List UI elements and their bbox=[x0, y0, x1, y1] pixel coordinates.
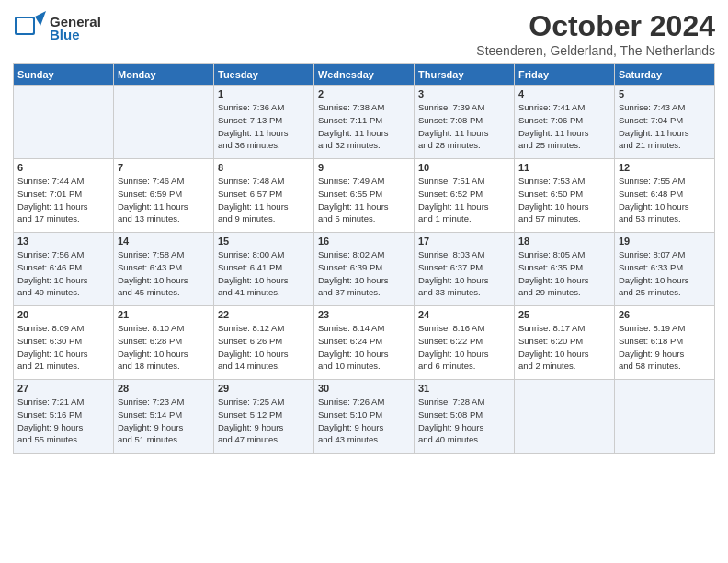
day-number: 13 bbox=[17, 236, 109, 247]
week-row-4: 20Sunrise: 8:09 AM Sunset: 6:30 PM Dayli… bbox=[14, 306, 715, 380]
day-info: Sunrise: 7:39 AM Sunset: 7:08 PM Dayligh… bbox=[418, 101, 510, 152]
day-number: 18 bbox=[518, 236, 610, 247]
day-info: Sunrise: 7:56 AM Sunset: 6:46 PM Dayligh… bbox=[17, 248, 109, 299]
header-cell-tuesday: Tuesday bbox=[214, 64, 314, 86]
day-cell: 27Sunrise: 7:21 AM Sunset: 5:16 PM Dayli… bbox=[14, 380, 114, 454]
day-number: 3 bbox=[418, 88, 510, 99]
day-info: Sunrise: 7:46 AM Sunset: 6:59 PM Dayligh… bbox=[118, 175, 210, 225]
day-cell bbox=[615, 380, 715, 454]
day-number: 17 bbox=[418, 236, 510, 247]
day-info: Sunrise: 8:17 AM Sunset: 6:20 PM Dayligh… bbox=[518, 322, 610, 373]
day-cell: 3Sunrise: 7:39 AM Sunset: 7:08 PM Daylig… bbox=[415, 86, 515, 159]
day-number: 15 bbox=[218, 236, 310, 247]
day-info: Sunrise: 8:02 AM Sunset: 6:39 PM Dayligh… bbox=[318, 248, 410, 299]
header: General Blue October 2024 Steenderen, Ge… bbox=[13, 9, 715, 58]
day-cell: 6Sunrise: 7:44 AM Sunset: 7:01 PM Daylig… bbox=[14, 159, 114, 233]
day-cell: 11Sunrise: 7:53 AM Sunset: 6:50 PM Dayli… bbox=[515, 159, 615, 233]
logo: General Blue bbox=[13, 9, 101, 46]
day-cell: 12Sunrise: 7:55 AM Sunset: 6:48 PM Dayli… bbox=[615, 159, 715, 233]
day-cell: 22Sunrise: 8:12 AM Sunset: 6:26 PM Dayli… bbox=[214, 306, 314, 380]
logo-icon bbox=[13, 9, 46, 42]
day-number: 14 bbox=[118, 236, 210, 247]
header-cell-thursday: Thursday bbox=[415, 64, 515, 86]
day-cell: 17Sunrise: 8:03 AM Sunset: 6:37 PM Dayli… bbox=[415, 233, 515, 306]
svg-marker-2 bbox=[35, 11, 46, 26]
day-number: 1 bbox=[218, 88, 310, 99]
day-info: Sunrise: 7:36 AM Sunset: 7:13 PM Dayligh… bbox=[218, 101, 310, 152]
title-block: October 2024 Steenderen, Gelderland, The… bbox=[476, 9, 715, 58]
day-cell: 30Sunrise: 7:26 AM Sunset: 5:10 PM Dayli… bbox=[314, 380, 415, 454]
day-cell: 25Sunrise: 8:17 AM Sunset: 6:20 PM Dayli… bbox=[515, 306, 615, 380]
day-number: 23 bbox=[318, 309, 410, 320]
day-number: 22 bbox=[218, 309, 310, 320]
day-info: Sunrise: 8:12 AM Sunset: 6:26 PM Dayligh… bbox=[218, 322, 310, 373]
header-cell-friday: Friday bbox=[515, 64, 615, 86]
header-cell-saturday: Saturday bbox=[615, 64, 715, 86]
day-info: Sunrise: 8:16 AM Sunset: 6:22 PM Dayligh… bbox=[418, 322, 510, 373]
week-row-3: 13Sunrise: 7:56 AM Sunset: 6:46 PM Dayli… bbox=[14, 233, 715, 306]
day-info: Sunrise: 7:25 AM Sunset: 5:12 PM Dayligh… bbox=[218, 396, 310, 446]
day-info: Sunrise: 8:03 AM Sunset: 6:37 PM Dayligh… bbox=[418, 248, 510, 299]
day-cell: 18Sunrise: 8:05 AM Sunset: 6:35 PM Dayli… bbox=[515, 233, 615, 306]
header-cell-monday: Monday bbox=[114, 64, 214, 86]
day-info: Sunrise: 7:55 AM Sunset: 6:48 PM Dayligh… bbox=[619, 175, 711, 225]
day-info: Sunrise: 8:19 AM Sunset: 6:18 PM Dayligh… bbox=[619, 322, 711, 373]
day-cell: 24Sunrise: 8:16 AM Sunset: 6:22 PM Dayli… bbox=[415, 306, 515, 380]
day-cell: 31Sunrise: 7:28 AM Sunset: 5:08 PM Dayli… bbox=[415, 380, 515, 454]
day-info: Sunrise: 7:21 AM Sunset: 5:16 PM Dayligh… bbox=[17, 396, 109, 446]
day-cell: 5Sunrise: 7:43 AM Sunset: 7:04 PM Daylig… bbox=[615, 86, 715, 159]
day-info: Sunrise: 8:05 AM Sunset: 6:35 PM Dayligh… bbox=[518, 248, 610, 299]
day-cell: 16Sunrise: 8:02 AM Sunset: 6:39 PM Dayli… bbox=[314, 233, 415, 306]
day-number: 11 bbox=[518, 162, 610, 173]
day-cell: 7Sunrise: 7:46 AM Sunset: 6:59 PM Daylig… bbox=[114, 159, 214, 233]
day-cell: 9Sunrise: 7:49 AM Sunset: 6:55 PM Daylig… bbox=[314, 159, 415, 233]
day-info: Sunrise: 8:09 AM Sunset: 6:30 PM Dayligh… bbox=[17, 322, 109, 373]
day-cell: 28Sunrise: 7:23 AM Sunset: 5:14 PM Dayli… bbox=[114, 380, 214, 454]
day-info: Sunrise: 7:38 AM Sunset: 7:11 PM Dayligh… bbox=[318, 101, 410, 152]
day-number: 27 bbox=[17, 383, 109, 394]
day-number: 21 bbox=[118, 309, 210, 320]
day-number: 31 bbox=[418, 383, 510, 394]
day-number: 10 bbox=[418, 162, 510, 173]
day-info: Sunrise: 8:14 AM Sunset: 6:24 PM Dayligh… bbox=[318, 322, 410, 373]
day-cell: 10Sunrise: 7:51 AM Sunset: 6:52 PM Dayli… bbox=[415, 159, 515, 233]
day-cell: 8Sunrise: 7:48 AM Sunset: 6:57 PM Daylig… bbox=[214, 159, 314, 233]
day-info: Sunrise: 7:53 AM Sunset: 6:50 PM Dayligh… bbox=[518, 175, 610, 225]
day-info: Sunrise: 7:23 AM Sunset: 5:14 PM Dayligh… bbox=[118, 396, 210, 446]
day-cell: 19Sunrise: 8:07 AM Sunset: 6:33 PM Dayli… bbox=[615, 233, 715, 306]
month-title: October 2024 bbox=[476, 9, 715, 43]
header-row: SundayMondayTuesdayWednesdayThursdayFrid… bbox=[14, 64, 715, 86]
day-number: 4 bbox=[518, 88, 610, 99]
day-info: Sunrise: 7:26 AM Sunset: 5:10 PM Dayligh… bbox=[318, 396, 410, 446]
day-info: Sunrise: 7:58 AM Sunset: 6:43 PM Dayligh… bbox=[118, 248, 210, 299]
day-number: 6 bbox=[17, 162, 109, 173]
day-number: 26 bbox=[619, 309, 711, 320]
day-number: 16 bbox=[318, 236, 410, 247]
day-cell bbox=[14, 86, 114, 159]
header-cell-sunday: Sunday bbox=[14, 64, 114, 86]
day-cell: 26Sunrise: 8:19 AM Sunset: 6:18 PM Dayli… bbox=[615, 306, 715, 380]
page: General Blue October 2024 Steenderen, Ge… bbox=[0, 0, 728, 461]
day-number: 7 bbox=[118, 162, 210, 173]
day-cell bbox=[114, 86, 214, 159]
day-info: Sunrise: 7:43 AM Sunset: 7:04 PM Dayligh… bbox=[619, 101, 711, 152]
day-number: 28 bbox=[118, 383, 210, 394]
week-row-2: 6Sunrise: 7:44 AM Sunset: 7:01 PM Daylig… bbox=[14, 159, 715, 233]
day-cell: 23Sunrise: 8:14 AM Sunset: 6:24 PM Dayli… bbox=[314, 306, 415, 380]
day-number: 24 bbox=[418, 309, 510, 320]
day-cell: 2Sunrise: 7:38 AM Sunset: 7:11 PM Daylig… bbox=[314, 86, 415, 159]
day-cell: 14Sunrise: 7:58 AM Sunset: 6:43 PM Dayli… bbox=[114, 233, 214, 306]
day-number: 2 bbox=[318, 88, 410, 99]
day-cell bbox=[515, 380, 615, 454]
day-info: Sunrise: 8:00 AM Sunset: 6:41 PM Dayligh… bbox=[218, 248, 310, 299]
day-number: 20 bbox=[17, 309, 109, 320]
day-number: 19 bbox=[619, 236, 711, 247]
day-number: 25 bbox=[518, 309, 610, 320]
day-cell: 13Sunrise: 7:56 AM Sunset: 6:46 PM Dayli… bbox=[14, 233, 114, 306]
day-number: 29 bbox=[218, 383, 310, 394]
day-info: Sunrise: 8:10 AM Sunset: 6:28 PM Dayligh… bbox=[118, 322, 210, 373]
day-cell: 15Sunrise: 8:00 AM Sunset: 6:41 PM Dayli… bbox=[214, 233, 314, 306]
day-info: Sunrise: 7:28 AM Sunset: 5:08 PM Dayligh… bbox=[418, 396, 510, 446]
day-cell: 1Sunrise: 7:36 AM Sunset: 7:13 PM Daylig… bbox=[214, 86, 314, 159]
day-info: Sunrise: 7:48 AM Sunset: 6:57 PM Dayligh… bbox=[218, 175, 310, 225]
